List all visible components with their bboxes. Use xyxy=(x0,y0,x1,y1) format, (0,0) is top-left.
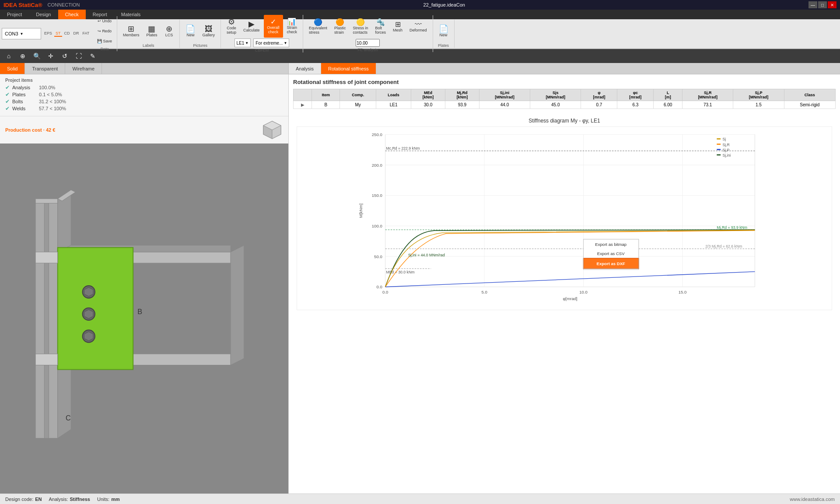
view-transparent-tab[interactable]: Transparent xyxy=(25,63,65,74)
con-dropdown[interactable]: CON3 ▼ xyxy=(2,28,41,39)
strain-check-button[interactable]: 📊 Strain check xyxy=(284,15,301,38)
undo-button[interactable]: ↩ Undo xyxy=(95,16,114,26)
col-sjr: Sj,R[MNm/rad] xyxy=(682,89,733,101)
stress-contacts-button[interactable]: 🟡 Stress in contacts xyxy=(350,15,371,38)
plastic-strain-button[interactable]: 🟠 Plastic strain xyxy=(331,15,349,38)
new-plates-new-button[interactable]: 📄 New xyxy=(436,20,452,42)
dropdown-arrow-icon: ▼ xyxy=(20,32,24,36)
zoom-extents-button[interactable]: ⊕ xyxy=(18,51,28,61)
redo-icon: ↪ xyxy=(98,29,101,33)
redo-button[interactable]: ↪ Redo xyxy=(95,26,114,36)
cell-med: 30.0 xyxy=(411,101,445,109)
rotational-stiffness-tab[interactable]: Rotational stiffness xyxy=(321,63,376,74)
tab-dr[interactable]: DR xyxy=(72,31,80,37)
members-button[interactable]: ⊞ Members xyxy=(120,20,143,42)
new-picture-button[interactable]: 📄 New xyxy=(182,20,198,42)
deformed-button[interactable]: 〰 Deformed xyxy=(406,15,430,38)
ribbon: CON3 ▼ EPS ST CD DR FAT ↩ Undo ↪ Redo xyxy=(0,19,840,49)
analysis-label: Analysis: Stiffness xyxy=(49,497,91,502)
refresh-button[interactable]: ↺ xyxy=(60,51,70,61)
svg-text:10.0: 10.0 xyxy=(579,290,588,294)
mesh-button[interactable]: ⊞ Mesh xyxy=(390,15,406,38)
tab-eps[interactable]: EPS xyxy=(43,31,53,37)
expand-button[interactable]: ▶ xyxy=(301,102,304,107)
plates-icon: ▦ xyxy=(148,25,155,33)
svg-marker-22 xyxy=(35,252,58,263)
view-solid-tab[interactable]: Solid xyxy=(0,63,25,74)
cbfem-section-label: CBFEM xyxy=(255,48,269,52)
overall-check-button[interactable]: ✓ Overall check xyxy=(264,15,283,38)
ribbon-pictures-section: 📄 New 🖼 Gallery Pictures xyxy=(180,20,221,48)
analysis-check-icon: ✔ xyxy=(5,84,10,91)
tab-st[interactable]: ST xyxy=(54,31,62,37)
calculate-icon: ▶ xyxy=(248,20,255,28)
gallery-button[interactable]: 🖼 Gallery xyxy=(199,20,218,42)
save-button[interactable]: 💾 Save xyxy=(95,36,114,46)
cell-class: Semi-rigid xyxy=(784,101,835,109)
rot-stiffness-title: Rotational stiffness of joint component xyxy=(293,79,836,85)
3d-cube-preview xyxy=(261,119,283,141)
svg-text:5.0: 5.0 xyxy=(481,290,487,294)
le1-dropdown[interactable]: LE1 ▼ xyxy=(234,38,251,47)
svg-text:250.0: 250.0 xyxy=(372,132,382,137)
code-setup-button[interactable]: ⚙ Code setup xyxy=(224,15,239,38)
cell-comp: My xyxy=(340,101,376,109)
connection-tabs: EPS ST CD DR FAT xyxy=(43,31,91,37)
new-plates-new-icon: 📄 xyxy=(439,25,448,33)
svg-text:0.0: 0.0 xyxy=(382,290,388,294)
col-comp: Comp. xyxy=(340,89,376,101)
bolt-forces-button[interactable]: 🔩 Bolt forces xyxy=(372,15,389,38)
menu-design[interactable]: Design xyxy=(29,10,58,19)
svg-text:φ[mrad]: φ[mrad] xyxy=(563,296,577,301)
draw-button[interactable]: ✎ xyxy=(88,51,98,61)
svg-marker-21 xyxy=(84,332,93,340)
zoom-button[interactable]: 🔍 xyxy=(32,51,42,61)
b-label: B xyxy=(137,308,142,315)
maximize-button[interactable]: □ xyxy=(818,1,827,8)
menu-check[interactable]: Check xyxy=(58,10,86,19)
lcs-button[interactable]: ⊕ LCS xyxy=(161,20,177,42)
cube-icon xyxy=(262,119,283,140)
zoom-input[interactable] xyxy=(356,39,380,47)
equivalent-stress-icon: 🔵 xyxy=(314,19,322,26)
analysis-tabs: Analysis Rotational stiffness xyxy=(289,63,840,74)
minimize-button[interactable]: — xyxy=(808,1,817,8)
plates-label: Plates xyxy=(12,92,36,97)
analysis-tab[interactable]: Analysis xyxy=(289,63,321,74)
pan-button[interactable]: ✛ xyxy=(46,51,56,61)
svg-text:200.0: 200.0 xyxy=(372,163,382,168)
svg-text:Sj,R: Sj,R xyxy=(722,143,729,147)
website-label: www.ideastatica.com xyxy=(790,497,835,502)
tab-cd[interactable]: CD xyxy=(63,31,71,37)
welds-check-icon: ✔ xyxy=(5,105,10,112)
fullscreen-button[interactable]: ⛶ xyxy=(74,51,84,61)
members-icon: ⊞ xyxy=(128,25,134,33)
plastic-strain-icon: 🟠 xyxy=(336,19,344,26)
menu-materials[interactable]: Materials xyxy=(114,10,148,19)
view-wireframe-tab[interactable]: Wireframe xyxy=(65,63,102,74)
svg-text:Sj,P: Sj,P xyxy=(722,148,729,152)
for-extreme-dropdown[interactable]: For extreme... ▼ xyxy=(253,38,289,47)
welds-label: Welds xyxy=(12,106,36,111)
menu-project[interactable]: Project xyxy=(0,10,29,19)
close-button[interactable]: ✕ xyxy=(828,1,836,8)
equivalent-stress-button[interactable]: 🔵 Equivalent stress xyxy=(306,15,330,38)
strain-check-icon: 📊 xyxy=(287,18,296,25)
units-value: mm xyxy=(111,497,120,502)
col-class: Class xyxy=(784,89,835,101)
tab-fat[interactable]: FAT xyxy=(81,31,91,37)
home-button[interactable]: ⌂ xyxy=(4,51,14,61)
c-label: C xyxy=(66,414,71,422)
3d-model-svg: B C xyxy=(0,144,288,494)
svg-text:Sj: Sj xyxy=(722,137,726,141)
col-loads: Loads xyxy=(376,89,411,101)
calculate-button[interactable]: ▶ Calculate xyxy=(240,15,263,38)
view-tabs: Solid Transparent Wireframe xyxy=(0,63,289,74)
plates-button[interactable]: ▦ Plates xyxy=(143,20,160,42)
svg-rect-15 xyxy=(58,248,133,370)
viewport-3d[interactable]: B C xyxy=(0,144,288,494)
svg-text:2/3 Mj,Rd = 62.6 kNm: 2/3 Mj,Rd = 62.6 kNm xyxy=(705,244,742,248)
design-code-value: EN xyxy=(35,497,42,502)
svg-text:Sj,ini: Sj,ini xyxy=(722,153,731,158)
svg-text:100.0: 100.0 xyxy=(372,224,382,228)
